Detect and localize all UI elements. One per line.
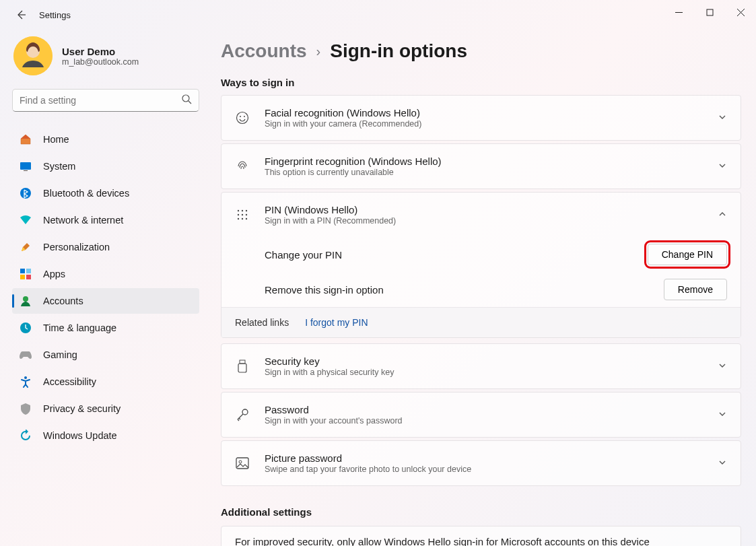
option-picture-password[interactable]: Picture password Swipe and tap your favo… [221,440,741,486]
profile-block[interactable]: User Demo m_lab@outlook.com [12,36,199,75]
sidebar-item-accounts[interactable]: Accounts [12,288,199,314]
svg-point-17 [24,376,27,379]
sidebar-item-label: Apps [43,269,65,279]
option-title: Picture password [265,452,718,464]
profile-email: m_lab@outlook.com [62,57,139,67]
pin-remove-label: Remove this sign-in option [265,284,664,296]
pin-icon [235,207,250,222]
sidebar-item-time[interactable]: Time & language [12,315,199,341]
sidebar-item-privacy[interactable]: Privacy & security [12,396,199,421]
svg-point-25 [242,214,243,215]
svg-rect-30 [240,360,245,364]
svg-point-22 [242,210,243,211]
main-content: Accounts › Sign-in options Ways to sign … [209,30,756,546]
option-title: Security key [265,355,718,367]
back-button[interactable] [12,6,30,24]
additional-row-text: For improved security, only allow Window… [235,536,650,546]
option-pin: PIN (Windows Hello) Sign in with a PIN (… [221,192,741,338]
pin-remove-row: Remove this sign-in option Remove [221,272,741,307]
option-title: Fingerprint recognition (Windows Hello) [265,156,718,167]
breadcrumb: Accounts › Sign-in options [221,40,741,62]
svg-point-34 [239,460,242,463]
sidebar: User Demo m_lab@outlook.com Home System … [0,30,209,546]
apps-icon [19,267,32,281]
sidebar-item-label: Personalization [43,242,110,252]
chevron-right-icon: › [316,44,321,59]
sidebar-item-gaming[interactable]: Gaming [12,342,199,368]
svg-point-6 [182,95,189,102]
search-input[interactable] [20,95,182,106]
option-facial[interactable]: Facial recognition (Windows Hello) Sign … [221,95,741,141]
svg-point-27 [238,218,239,219]
update-icon [19,429,32,442]
additional-row[interactable]: For improved security, only allow Window… [221,526,741,546]
sidebar-item-label: Network & internet [43,215,123,226]
sidebar-item-home[interactable]: Home [12,127,199,152]
sidebar-item-bluetooth[interactable]: Bluetooth & devices [12,180,199,206]
chevron-down-icon [718,361,727,372]
option-title: Facial recognition (Windows Hello) [265,107,718,118]
option-fingerprint[interactable]: Fingerprint recognition (Windows Hello) … [221,143,741,189]
related-label: Related links [235,317,289,328]
close-button[interactable] [725,0,756,24]
svg-rect-1 [707,9,713,15]
svg-point-26 [246,214,247,215]
remove-button[interactable]: Remove [664,279,727,300]
sidebar-item-label: Privacy & security [43,403,121,414]
breadcrumb-signin: Sign-in options [330,40,467,62]
pin-change-label: Change your PIN [265,249,648,261]
pin-change-row: Change your PIN Change PIN [221,237,741,272]
face-icon [235,110,250,125]
sidebar-item-personalization[interactable]: Personalization [12,234,199,260]
svg-point-19 [240,116,241,117]
sidebar-item-system[interactable]: System [12,153,199,179]
svg-rect-11 [20,269,25,273]
change-pin-button[interactable]: Change PIN [648,244,727,265]
personalization-icon [19,240,32,254]
privacy-icon [19,402,32,415]
accessibility-icon [19,375,32,388]
minimize-button[interactable] [663,0,694,24]
additional-settings-header: Additional settings [221,506,741,518]
svg-point-21 [238,210,239,211]
option-title: PIN (Windows Hello) [265,204,718,215]
maximize-button[interactable] [694,0,725,24]
accounts-icon [19,294,32,308]
picture-icon [235,456,250,471]
option-password[interactable]: Password Sign in with your account's pas… [221,392,741,438]
chevron-down-icon [718,161,727,172]
home-icon [19,133,32,146]
svg-point-32 [242,409,248,415]
chevron-up-icon [718,209,727,221]
svg-line-7 [188,101,191,104]
svg-rect-13 [20,275,25,279]
chevron-down-icon [718,112,727,124]
svg-rect-31 [238,364,246,372]
sidebar-item-accessibility[interactable]: Accessibility [12,369,199,395]
option-pin-header[interactable]: PIN (Windows Hello) Sign in with a PIN (… [221,193,741,237]
option-subtitle: Sign in with your camera (Recommended) [265,119,718,129]
sidebar-item-label: Home [43,134,69,145]
svg-point-20 [244,116,245,117]
time-icon [19,321,32,335]
option-title: Password [265,404,718,415]
svg-point-28 [242,218,243,219]
window-title: Settings [39,10,71,20]
sidebar-item-label: Accessibility [43,376,96,387]
option-subtitle: Sign in with a PIN (Recommended) [265,216,718,226]
forgot-pin-link[interactable]: I forgot my PIN [305,317,368,328]
breadcrumb-accounts[interactable]: Accounts [221,40,307,62]
svg-rect-33 [236,458,248,469]
search-box[interactable] [12,89,199,112]
network-icon [19,213,32,227]
bluetooth-icon [19,186,32,200]
option-security-key[interactable]: Security key Sign in with a physical sec… [221,343,741,389]
sidebar-item-network[interactable]: Network & internet [12,207,199,233]
sidebar-item-label: System [43,161,75,172]
avatar [13,36,53,75]
system-icon [19,160,32,173]
sidebar-item-update[interactable]: Windows Update [12,423,199,448]
sidebar-item-apps[interactable]: Apps [12,261,199,287]
chevron-down-icon [718,409,727,421]
svg-rect-14 [26,275,31,279]
